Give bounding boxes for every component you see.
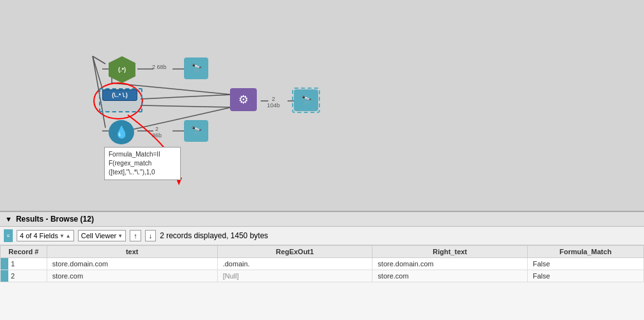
- cell-viewer-label: Cell Viewer: [81, 232, 116, 240]
- data-table: Record # text RegExOut1 Right_text Formu…: [0, 245, 644, 282]
- tooltip-box: Formula_Match=IIF(regex_match([text],"\.…: [104, 147, 181, 180]
- svg-line-2: [141, 95, 233, 99]
- fields-dropdown-arrow: ▼: [59, 233, 65, 239]
- record-number: 1: [11, 260, 15, 268]
- col-header-text: text: [47, 246, 217, 258]
- row-color-indicator: [1, 270, 8, 282]
- bottom-panel: ▼ Results - Browse (12) ≡ 4 of 4 Fields …: [0, 211, 644, 320]
- col-header-formula: Formula_Match: [527, 246, 643, 258]
- browse3-icon: 🔭: [191, 126, 202, 136]
- regexout1-cell: .domain.: [217, 258, 372, 270]
- fields-dropdown-arrow2: ▲: [66, 233, 71, 239]
- sort-down-button[interactable]: ↓: [145, 230, 157, 241]
- connection-lines: A R L R: [0, 0, 644, 211]
- formula-node[interactable]: 💧: [109, 120, 134, 144]
- text-cell: store.domain.com: [47, 258, 217, 270]
- formula-icon: 💧: [114, 125, 128, 139]
- sort-down-icon: ↓: [149, 232, 153, 240]
- table-row[interactable]: 2store.com[Null]store.comFalse: [1, 270, 644, 282]
- panel-header: ▼ Results - Browse (12): [0, 212, 644, 227]
- col-header-right: Right_text: [372, 246, 528, 258]
- table-container: Record # text RegExOut1 Right_text Formu…: [0, 245, 644, 282]
- table-row[interactable]: 1store.domain.com.domain.store.domain.co…: [1, 258, 644, 270]
- row-color-indicator: [1, 258, 8, 270]
- cell-viewer-arrow: ▼: [118, 233, 123, 239]
- panel-collapse-icon[interactable]: ▼: [5, 215, 12, 223]
- browse1-icon: 🔭: [191, 63, 202, 73]
- regex-node-1[interactable]: (.*): [109, 56, 135, 83]
- fields-label: 4 of 4 Fields: [20, 232, 58, 240]
- right-text-cell: store.domain.com: [372, 258, 528, 270]
- toolbar: ≡ 4 of 4 Fields ▼ ▲ Cell Viewer ▼ ↑ ↓ 2 …: [0, 227, 644, 245]
- row-indicator: ≡: [4, 229, 13, 242]
- regex2-label: (\..* \.): [112, 92, 128, 98]
- browse2-dashed-box: [292, 88, 320, 113]
- byte-label-3: 236b: [152, 126, 162, 139]
- sort-up-icon: ↑: [134, 232, 137, 240]
- sort-up-button[interactable]: ↑: [130, 230, 141, 241]
- fields-dropdown[interactable]: 4 of 4 Fields ▼ ▲: [17, 230, 74, 241]
- regex1-label: (.*): [118, 66, 126, 73]
- formula-match-cell: False: [527, 270, 643, 282]
- col-header-record: Record #: [1, 246, 47, 258]
- text-cell: store.com: [47, 270, 217, 282]
- join-node[interactable]: ⚙: [230, 88, 257, 111]
- canvas: A R L R (.*) 2 68b 🔭 (\..* \.) ⚙ 2104b: [0, 0, 644, 211]
- cell-viewer-dropdown[interactable]: Cell Viewer ▼: [78, 230, 126, 241]
- regex-node-2[interactable]: (\..* \.): [102, 89, 137, 101]
- panel-title: Results - Browse (12): [16, 215, 94, 224]
- byte-label-1: 2 68b: [152, 64, 167, 70]
- svg-line-16: [93, 56, 105, 64]
- join-icon: ⚙: [238, 93, 249, 107]
- regexout1-cell: [Null]: [217, 270, 372, 282]
- formula-match-cell: False: [527, 258, 643, 270]
- byte-label-2: 2104b: [267, 96, 280, 109]
- svg-line-3: [141, 105, 233, 107]
- browse-node-2[interactable]: 🔭: [294, 89, 318, 111]
- records-info: 2 records displayed, 1450 bytes: [160, 231, 268, 240]
- tooltip-text: Formula_Match=IIF(regex_match([text],"\.…: [109, 151, 160, 176]
- row-indicator-icon: ≡: [7, 233, 10, 239]
- right-text-cell: store.com: [372, 270, 528, 282]
- browse-node-1[interactable]: 🔭: [184, 57, 208, 79]
- col-header-regex: RegExOut1: [217, 246, 372, 258]
- record-number: 2: [11, 272, 15, 280]
- browse-node-3[interactable]: 🔭: [184, 120, 208, 142]
